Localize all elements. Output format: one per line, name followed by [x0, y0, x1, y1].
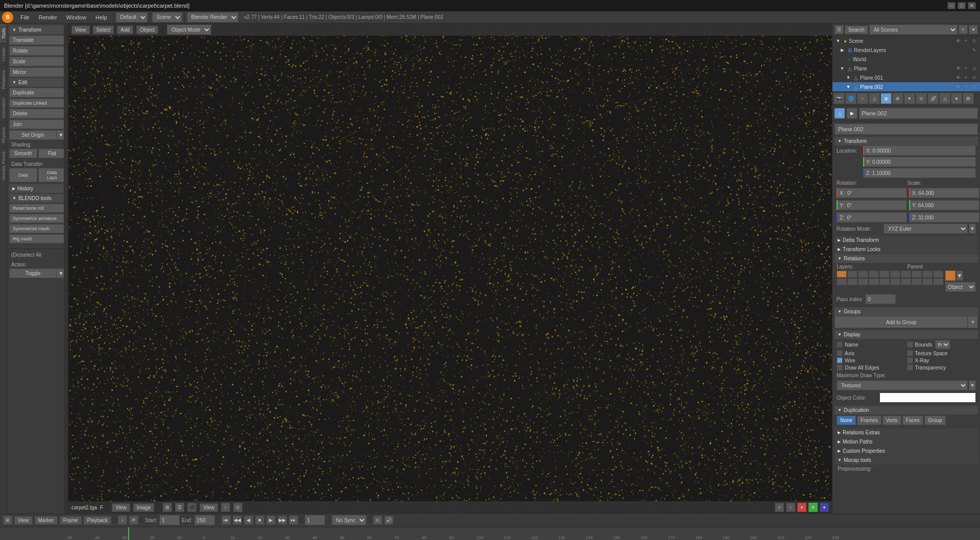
layer-btn-1[interactable]: [837, 271, 847, 278]
vp-icon-4[interactable]: ○: [221, 503, 230, 512]
display-xray-checkbox[interactable]: [907, 357, 913, 363]
plane-render-btn[interactable]: ⊙: [971, 65, 978, 72]
obj-tab-texture[interactable]: ⊞: [963, 93, 974, 104]
p2-eye-btn[interactable]: 👁: [954, 83, 962, 90]
vp-icon-2[interactable]: ☰: [175, 503, 184, 512]
rl-pencil-btn[interactable]: ✎: [971, 46, 978, 54]
menu-render[interactable]: Render: [35, 13, 61, 21]
dup-frames-button[interactable]: Frames: [857, 415, 881, 425]
duplication-prop-header[interactable]: ▼ Duplication: [835, 406, 978, 414]
close-button[interactable]: ✕: [968, 2, 976, 9]
vtab-animation[interactable]: Animation: [0, 93, 7, 122]
obj-tab-particles[interactable]: ✦: [904, 93, 915, 104]
vtab-relations[interactable]: Relations: [0, 65, 7, 93]
viewport[interactable]: View Select Add Object Object Mode carpe…: [68, 23, 832, 513]
search-button[interactable]: Search: [845, 26, 868, 34]
groups-prop-header[interactable]: ▼ Groups: [835, 307, 978, 316]
tl-marker-button[interactable]: Marker: [35, 516, 58, 525]
layer-btn-12[interactable]: [847, 278, 857, 285]
add-group-plus-button[interactable]: +: [968, 316, 978, 328]
obj-tab-scene[interactable]: 🌐: [845, 93, 856, 104]
vtab-create[interactable]: Create: [0, 43, 7, 65]
location-x-field[interactable]: [863, 145, 976, 156]
layer-btn-14[interactable]: [869, 278, 879, 285]
layer-btn-9[interactable]: [922, 271, 933, 278]
obj-tab-modifier[interactable]: ⊕: [892, 93, 903, 104]
duplicate-button[interactable]: Duplicate: [9, 88, 66, 97]
set-origin-button[interactable]: Set Origin: [9, 130, 57, 140]
p1-eye-btn[interactable]: 👁: [954, 74, 962, 81]
edit-section-header[interactable]: ▼ Edit: [9, 78, 66, 87]
outliner-view-icon[interactable]: ☰: [835, 25, 844, 34]
display-alledges-checkbox[interactable]: [837, 364, 843, 371]
p2-render-btn[interactable]: ⊙: [971, 83, 978, 90]
transform-locks-section[interactable]: ▶ Transform Locks: [835, 245, 978, 254]
blender-logo[interactable]: B: [2, 12, 13, 23]
plane-eye-btn[interactable]: 👁: [954, 65, 962, 72]
mirror-button[interactable]: Mirror: [9, 67, 66, 77]
rotation-x-field[interactable]: [837, 188, 907, 198]
rotation-mode-expand[interactable]: ▼: [969, 224, 976, 234]
dup-group-button[interactable]: Group: [924, 415, 946, 425]
delete-button[interactable]: Delete: [9, 109, 66, 118]
scale-z-field[interactable]: [909, 212, 979, 223]
panel-resize-handle[interactable]: [64, 23, 68, 513]
tl-next-frame-icon[interactable]: ▶▶: [278, 516, 287, 525]
layer-btn-3[interactable]: [858, 271, 868, 278]
layer-btn-11[interactable]: [837, 278, 847, 285]
display-bounds-checkbox[interactable]: [907, 341, 913, 348]
tree-item-renderlayers[interactable]: ▶ ⊞ RenderLayers ✎: [832, 45, 980, 55]
draw-type-expand[interactable]: ▼: [969, 380, 976, 390]
tl-frame-button[interactable]: Frame: [60, 516, 82, 525]
tree-item-world[interactable]: ○ World: [832, 55, 980, 64]
tl-view-button[interactable]: View: [14, 516, 33, 525]
pass-index-input[interactable]: [865, 294, 896, 304]
vp-bottom-view2[interactable]: View: [200, 503, 218, 512]
timeline-ruler[interactable]: -50-40-30-20-100102030405060708090100110…: [0, 527, 980, 540]
layer-btn-7[interactable]: [901, 271, 911, 278]
rotate-button[interactable]: Rotate: [9, 46, 66, 56]
layer-btn-5[interactable]: [879, 271, 890, 278]
scene-render-btn[interactable]: ⊙: [971, 37, 978, 44]
tl-sync-icon[interactable]: ⟳: [129, 516, 138, 525]
layer-btn-16[interactable]: [890, 278, 900, 285]
rig-mesh-button[interactable]: Rig mesh: [9, 234, 66, 243]
bounds-type-select[interactable]: Box: [935, 340, 950, 349]
tree-item-scene[interactable]: ▼ ● Scene 👁 + ⊙: [832, 36, 980, 45]
layer-btn-6[interactable]: [890, 271, 900, 278]
maximize-button[interactable]: □: [958, 2, 966, 9]
vp-prop-icon[interactable]: ○: [786, 503, 795, 512]
layer-btn-18[interactable]: [912, 278, 922, 285]
menu-help[interactable]: Help: [91, 13, 111, 21]
symmetrize-mesh-button[interactable]: Symmetrize mesh: [9, 224, 66, 233]
obj-tab-constraints[interactable]: 🔗: [927, 93, 939, 104]
outliner-filter-icon[interactable]: ▾: [969, 25, 978, 34]
layer-btn-20[interactable]: [933, 278, 943, 285]
display-texspace-checkbox[interactable]: [907, 350, 913, 356]
motion-paths-section[interactable]: ▶ Motion Paths: [835, 437, 978, 446]
custom-properties-section[interactable]: ▶ Custom Properties: [835, 447, 978, 455]
tl-prev-frame-icon[interactable]: ◀◀: [233, 516, 242, 525]
obj-tab-data[interactable]: △: [939, 93, 950, 104]
plane-cursor-btn[interactable]: +: [963, 65, 970, 72]
render-engine-select[interactable]: Blender Render: [187, 12, 238, 22]
transform-section-header[interactable]: ▼ Transform: [9, 26, 66, 34]
vp-mode-select[interactable]: Object Mode: [167, 24, 211, 35]
reset-bone-roll-button[interactable]: Reset bone roll: [9, 204, 66, 213]
layer-btn-10[interactable]: [933, 271, 943, 278]
vp-bottom-image[interactable]: Image: [133, 503, 155, 512]
layer-btn-8[interactable]: [912, 271, 922, 278]
vp-view-button[interactable]: View: [71, 26, 90, 34]
tl-stop-icon[interactable]: ■: [255, 516, 264, 525]
tl-play-icon[interactable]: ▶: [266, 516, 276, 525]
draw-type-select[interactable]: Textured: [837, 380, 968, 390]
scale-y-field[interactable]: [909, 200, 979, 210]
symmetrize-armature-button[interactable]: Symmetrize armature: [9, 214, 66, 223]
relations-prop-header[interactable]: ▼ Relations: [835, 254, 978, 263]
tl-play-back-icon[interactable]: ◀: [244, 516, 253, 525]
dup-faces-button[interactable]: Faces: [902, 415, 923, 425]
minimize-button[interactable]: ─: [947, 2, 955, 9]
translate-button[interactable]: Translate: [9, 35, 66, 45]
tl-play-audio-icon[interactable]: 🔊: [384, 516, 394, 525]
parent-color-icon[interactable]: [945, 271, 955, 281]
